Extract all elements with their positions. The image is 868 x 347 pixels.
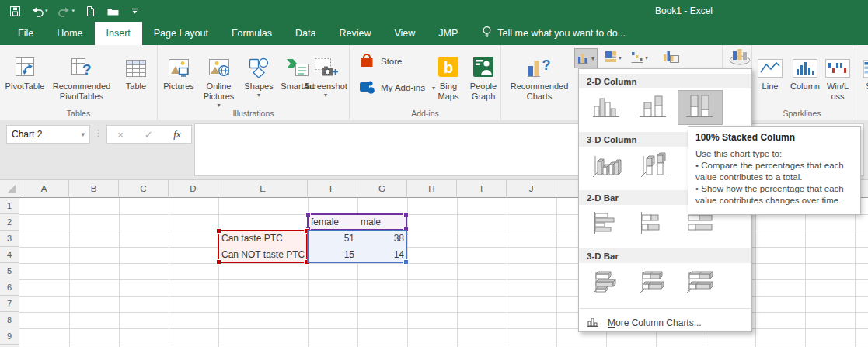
table-icon <box>124 49 148 78</box>
gridline-vertical <box>407 198 408 347</box>
clustered-column-3d-menu-item[interactable] <box>585 149 629 182</box>
tab-file[interactable]: File <box>6 22 45 45</box>
table-button[interactable]: Table <box>118 47 154 114</box>
tooltip-intro: Use this chart type to: <box>695 148 853 160</box>
100-stacked-bar-3d-menu-item[interactable] <box>678 265 722 299</box>
tab-insert[interactable]: Insert <box>95 22 142 45</box>
insert-waterfall-chart-button[interactable]: ▾ <box>629 48 650 67</box>
insert-function-button[interactable]: fx <box>173 128 180 141</box>
tab-jmp[interactable]: JMP <box>427 22 469 45</box>
column-header-D[interactable]: D <box>169 180 218 198</box>
enter-button[interactable]: ✓ <box>145 129 153 141</box>
clustered-bar-menu-item[interactable] <box>585 207 629 241</box>
stacked-bar-3d-icon <box>638 269 669 296</box>
column-header-F[interactable]: F <box>308 180 357 198</box>
shapes-button[interactable]: Shapes ▾ <box>241 47 277 114</box>
cell-E4[interactable]: Can NOT taste PTC <box>218 247 308 263</box>
online-pictures-button[interactable]: Online Pictures ▾ <box>198 47 239 114</box>
sparkline-winloss-label: Win/Loss <box>825 82 850 102</box>
cell-F3[interactable]: 51 <box>308 231 357 247</box>
cell-F2[interactable]: female <box>308 214 357 231</box>
sparkline-column-button[interactable]: Column <box>786 47 824 114</box>
name-box-caret-icon[interactable]: ▾ <box>81 130 85 138</box>
tab-formulas[interactable]: Formulas <box>220 22 284 45</box>
pivottable-button[interactable]: PivotTable <box>5 47 45 114</box>
clustered-column-menu-item[interactable] <box>585 91 629 124</box>
my-addins-button[interactable]: My Add-ins ▾ <box>357 78 435 98</box>
sparkline-line-button[interactable]: Line <box>755 47 785 114</box>
insert-column-chart-button[interactable]: ▾ <box>574 48 598 68</box>
row-header-7[interactable]: 7 <box>0 296 19 312</box>
cell-G4[interactable]: 14 <box>357 247 407 263</box>
stacked-bar-3d-menu-item[interactable] <box>632 265 675 299</box>
stacked-column-menu-item[interactable] <box>632 91 675 124</box>
new-file-button[interactable] <box>85 5 96 17</box>
stacked-bar-menu-item[interactable] <box>632 207 675 241</box>
select-all-corner[interactable] <box>0 180 19 198</box>
row-header-6[interactable]: 6 <box>0 279 19 296</box>
pictures-button[interactable]: Pictures <box>161 47 197 114</box>
clustered-column-icon <box>591 94 622 121</box>
more-column-charts-item[interactable]: More Column Charts... <box>579 312 751 332</box>
cancel-button[interactable]: × <box>117 129 124 141</box>
100-stacked-column-menu-item[interactable] <box>678 91 722 124</box>
sparkline-winloss-button[interactable]: Win/Loss <box>825 47 850 114</box>
open-folder-button[interactable] <box>106 5 120 17</box>
column-header-H[interactable]: H <box>407 180 457 198</box>
customize-quick-access-toolbar-button[interactable] <box>130 6 140 16</box>
100-stacked-column-icon <box>685 94 716 121</box>
column-header-C[interactable]: C <box>119 180 169 198</box>
undo-button[interactable]: ▾ <box>31 5 48 17</box>
gridline-vertical <box>69 198 70 347</box>
undo-caret-icon[interactable]: ▾ <box>45 8 48 14</box>
tab-review[interactable]: Review <box>327 22 382 45</box>
tab-view[interactable]: View <box>382 22 427 45</box>
redo-button[interactable]: ▾ <box>58 5 75 17</box>
row-header-8[interactable]: 8 <box>0 312 19 328</box>
pivotchart-button[interactable] <box>661 48 682 67</box>
pictures-icon <box>167 49 190 78</box>
column-header-G[interactable]: G <box>357 180 407 198</box>
insert-waterfall-chart-caret-icon: ▾ <box>645 54 648 61</box>
redo-caret-icon[interactable]: ▾ <box>72 8 75 14</box>
cell-G3[interactable]: 38 <box>357 231 407 247</box>
more-column-charts-label: More Column Charts... <box>608 318 702 328</box>
slicer-partial-button[interactable]: S <box>857 47 868 114</box>
stacked-column-3d-menu-item[interactable] <box>632 149 675 182</box>
store-button[interactable]: Store <box>357 51 403 71</box>
bing-maps-button[interactable]: b Bing Maps <box>431 47 465 114</box>
people-graph-button[interactable]: People Graph <box>466 47 500 114</box>
cell-G2[interactable]: male <box>357 214 407 231</box>
row-header-2[interactable]: 2 <box>0 214 19 231</box>
recommended-charts-button[interactable]: ? Recommended Charts <box>506 47 573 114</box>
clustered-bar-3d-menu-item[interactable] <box>585 265 629 299</box>
sparkline-line-label: Line <box>762 82 779 92</box>
save-button[interactable] <box>9 5 21 17</box>
cell-E3[interactable]: Can taste PTC <box>218 231 308 247</box>
screenshot-button[interactable]: Screenshot ▾ <box>302 47 349 114</box>
menu-section-2-d-column: 2-D Column <box>579 74 751 88</box>
gridline-vertical <box>755 198 756 347</box>
recommended-pivottables-button[interactable]: ? Recommended PivotTables <box>47 47 117 114</box>
column-header-B[interactable]: B <box>69 180 119 198</box>
column-header-A[interactable]: A <box>19 180 69 198</box>
column-header-J[interactable]: J <box>507 180 556 198</box>
column-header-E[interactable]: E <box>218 180 308 198</box>
insert-hierarchy-chart-button[interactable]: ▾ <box>602 48 624 67</box>
tab-data[interactable]: Data <box>284 22 327 45</box>
recommended-charts-label: Recommended Charts <box>506 82 573 102</box>
row-header-1[interactable]: 1 <box>0 198 19 214</box>
row-header-9[interactable]: 9 <box>0 328 19 345</box>
column-header-I[interactable]: I <box>457 180 507 198</box>
tab-home[interactable]: Home <box>45 22 94 45</box>
row-header-4[interactable]: 4 <box>0 247 19 263</box>
tab-page-layout[interactable]: Page Layout <box>142 22 220 45</box>
row-header-5[interactable]: 5 <box>0 263 19 279</box>
cell-F4[interactable]: 15 <box>308 247 357 263</box>
3d-map-button[interactable] <box>724 48 755 67</box>
clustered-bar-3d-icon <box>591 269 622 296</box>
row-header-3[interactable]: 3 <box>0 231 19 247</box>
tell-me-box[interactable]: Tell me what you want to do... <box>482 22 626 45</box>
more-charts-icon <box>587 315 601 330</box>
name-box[interactable]: Chart 2 ▾ <box>6 125 90 144</box>
